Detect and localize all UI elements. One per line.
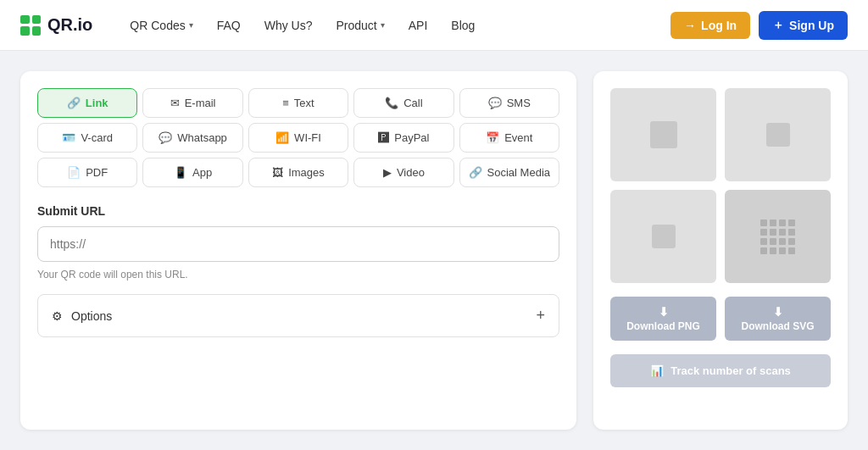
login-button[interactable]: → Log In bbox=[670, 12, 750, 39]
url-section: Submit URL Your QR code will open this U… bbox=[37, 204, 559, 281]
url-label: Submit URL bbox=[37, 204, 559, 218]
qr-dots bbox=[754, 213, 802, 261]
tab-event[interactable]: 📅 Event bbox=[459, 123, 559, 153]
call-icon: 📞 bbox=[385, 97, 398, 109]
tab-paypal[interactable]: 🅿 PayPal bbox=[353, 123, 453, 153]
sms-icon: 💬 bbox=[488, 97, 502, 109]
navbar: QR.io QR Codes ▾ FAQ Why Us? Product ▾ A… bbox=[0, 0, 868, 51]
nav-menu: QR Codes ▾ FAQ Why Us? Product ▾ API Blo… bbox=[120, 12, 670, 39]
social-icon: 🔗 bbox=[469, 166, 482, 179]
link-icon: 🔗 bbox=[67, 97, 81, 109]
tab-app[interactable]: 📱 App bbox=[142, 158, 242, 187]
chart-icon: 📊 bbox=[650, 364, 664, 377]
main-content: 🔗 Link ✉ E-mail ≡ Text 📞 Call 💬 SMS 🪪 bbox=[0, 51, 868, 450]
qr-inner-bl bbox=[652, 225, 676, 248]
tab-text[interactable]: ≡ Text bbox=[248, 88, 348, 118]
right-panel: ⬇ Download PNG ⬇ Download SVG 📊 Track nu… bbox=[593, 71, 848, 430]
download-png-button[interactable]: ⬇ Download PNG bbox=[610, 297, 716, 341]
pdf-icon: 📄 bbox=[67, 166, 81, 179]
qr-inner-tl bbox=[650, 121, 677, 148]
logo-icon bbox=[20, 15, 41, 36]
tab-sms[interactable]: 💬 SMS bbox=[459, 88, 559, 118]
qr-inner-tr bbox=[766, 123, 790, 147]
chevron-down-icon: ▾ bbox=[381, 20, 385, 30]
options-left: ⚙ Options bbox=[52, 309, 112, 323]
tab-images[interactable]: 🖼 Images bbox=[248, 158, 348, 187]
tab-whatsapp[interactable]: 💬 Whatsapp bbox=[142, 123, 242, 153]
tab-email[interactable]: ✉ E-mail bbox=[142, 88, 242, 118]
nav-item-faq[interactable]: FAQ bbox=[207, 12, 251, 39]
logo-text: QR.io bbox=[47, 15, 92, 35]
download-svg-button[interactable]: ⬇ Download SVG bbox=[725, 297, 831, 341]
vcard-icon: 🪪 bbox=[62, 131, 75, 144]
wifi-icon: 📶 bbox=[275, 131, 289, 144]
tab-grid: 🔗 Link ✉ E-mail ≡ Text 📞 Call 💬 SMS 🪪 bbox=[37, 88, 559, 187]
video-icon: ▶ bbox=[383, 166, 392, 179]
tab-social-media[interactable]: 🔗 Social Media bbox=[459, 158, 559, 187]
nav-item-blog[interactable]: Blog bbox=[441, 12, 485, 39]
tab-video[interactable]: ▶ Video bbox=[353, 158, 453, 187]
track-scans-button[interactable]: 📊 Track number of scans bbox=[610, 354, 831, 387]
nav-item-whyus[interactable]: Why Us? bbox=[254, 12, 323, 39]
qr-quadrant-tl bbox=[610, 88, 716, 181]
chevron-down-icon: ▾ bbox=[189, 20, 193, 30]
event-icon: 📅 bbox=[486, 131, 499, 144]
qr-quadrant-bl bbox=[610, 190, 716, 283]
navbar-actions: → Log In ＋ Sign Up bbox=[670, 11, 848, 40]
nav-item-product[interactable]: Product ▾ bbox=[326, 12, 395, 39]
email-icon: ✉ bbox=[170, 97, 180, 109]
tab-vcard[interactable]: 🪪 V-card bbox=[37, 123, 137, 153]
tab-pdf[interactable]: 📄 PDF bbox=[37, 158, 137, 187]
download-row: ⬇ Download PNG ⬇ Download SVG bbox=[610, 297, 831, 341]
qr-quadrant-tr bbox=[725, 88, 831, 181]
text-icon: ≡ bbox=[282, 97, 289, 109]
qr-preview bbox=[610, 88, 831, 283]
plus-icon: ＋ bbox=[772, 18, 784, 33]
app-icon: 📱 bbox=[174, 166, 187, 179]
qr-quadrant-br bbox=[725, 190, 831, 283]
tab-link[interactable]: 🔗 Link bbox=[37, 88, 137, 118]
nav-item-qrcodes[interactable]: QR Codes ▾ bbox=[120, 12, 203, 39]
download-svg-icon: ⬇ bbox=[773, 305, 783, 319]
nav-item-api[interactable]: API bbox=[398, 12, 438, 39]
tab-wifi[interactable]: 📶 WI-FI bbox=[248, 123, 348, 153]
left-panel: 🔗 Link ✉ E-mail ≡ Text 📞 Call 💬 SMS 🪪 bbox=[20, 71, 576, 430]
paypal-icon: 🅿 bbox=[378, 131, 389, 144]
whatsapp-icon: 💬 bbox=[159, 131, 172, 144]
download-png-icon: ⬇ bbox=[659, 305, 669, 319]
images-icon: 🖼 bbox=[272, 166, 283, 179]
logo[interactable]: QR.io bbox=[20, 15, 92, 36]
options-label: Options bbox=[71, 309, 112, 323]
options-bar[interactable]: ⚙ Options + bbox=[37, 294, 559, 337]
signup-button[interactable]: ＋ Sign Up bbox=[759, 11, 848, 40]
url-hint: Your QR code will open this URL. bbox=[37, 269, 559, 281]
expand-icon: + bbox=[536, 307, 545, 325]
gear-icon: ⚙ bbox=[52, 309, 63, 323]
login-icon: → bbox=[684, 19, 696, 32]
url-input[interactable] bbox=[37, 226, 559, 262]
tab-call[interactable]: 📞 Call bbox=[353, 88, 453, 118]
